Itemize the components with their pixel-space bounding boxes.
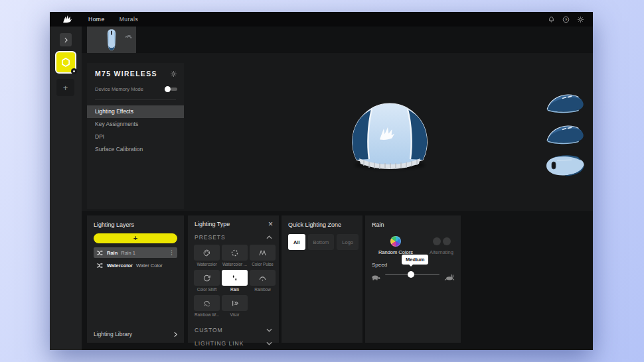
device-menu-item-surface-calibration[interactable]: Surface Calibration xyxy=(87,143,184,156)
chevron-down-icon xyxy=(266,328,272,332)
preset-tile-rain[interactable] xyxy=(222,270,248,286)
presets-section-header[interactable]: PRESETS xyxy=(195,234,272,241)
svg-text:?: ? xyxy=(565,17,568,21)
shuffle-icon xyxy=(96,249,104,257)
speed-value-tooltip: Medium xyxy=(402,255,428,265)
layer-effect-label: Watercolor xyxy=(107,263,133,269)
topbar-actions: ? xyxy=(548,12,584,27)
preset-label: Color Pulse xyxy=(250,261,276,269)
preset-label: Color Shift xyxy=(194,286,220,294)
layer-row-watercolor[interactable]: WatercolorWater Color xyxy=(94,260,177,271)
device-menu-item-key-assignments[interactable]: Key Assignments xyxy=(87,118,184,131)
rain-option-alternating[interactable]: Alternating xyxy=(424,236,459,255)
device-menu: Lighting EffectsKey AssignmentsDPISurfac… xyxy=(87,105,184,156)
speed-label: Speed xyxy=(372,262,387,268)
top-navigation: HomeMurals xyxy=(81,12,145,27)
lighting-library-link[interactable]: Lighting Library xyxy=(94,331,177,337)
layer-row-rain[interactable]: RainRain 1⋮ xyxy=(94,247,177,258)
preset-tile-color-shift[interactable] xyxy=(194,270,220,286)
view-thumbnail-0-mouse-side-view[interactable] xyxy=(545,92,585,115)
wireless-signal-icon xyxy=(124,29,133,35)
custom-section-header[interactable]: CUSTOM xyxy=(195,327,272,333)
add-profile-button[interactable]: + xyxy=(56,79,74,96)
device-settings-gear-icon[interactable] xyxy=(170,70,177,78)
bottom-band: Lighting Layers + RainRain 1⋮WatercolorW… xyxy=(82,211,593,350)
zone-buttons: AllBottomLogo xyxy=(288,234,362,250)
sidebar-expand-button[interactable] xyxy=(60,33,72,46)
custom-label: CUSTOM xyxy=(195,327,223,333)
preset-tile-visor[interactable] xyxy=(222,295,248,311)
view-thumbnail-1-mouse-side-view[interactable] xyxy=(545,123,585,146)
zone-button-bottom[interactable]: Bottom xyxy=(308,234,335,250)
preset-cell-rainbow-w: Rainbow W... xyxy=(194,295,220,320)
lighting-link-label: LIGHTING LINK xyxy=(195,340,244,347)
lighting-type-title: Lighting Type xyxy=(195,221,230,227)
device-render-m75-rear[interactable] xyxy=(340,98,440,175)
close-icon[interactable]: × xyxy=(268,221,273,227)
icue-window: HomeMurals ? + xyxy=(50,12,593,350)
presets-label: PRESETS xyxy=(195,234,226,241)
active-profile-button[interactable] xyxy=(55,51,76,74)
nav-item-murals[interactable]: Murals xyxy=(112,12,146,27)
preset-label: Watercolor ... xyxy=(222,261,248,269)
preset-tile-rainbow-w[interactable] xyxy=(194,295,220,311)
preset-tile-rainbow[interactable] xyxy=(250,270,276,286)
preset-grid: WatercolorWatercolor ...Color PulseColor… xyxy=(194,245,279,320)
rain-option-label: Alternating xyxy=(430,249,453,255)
preset-label: Visor xyxy=(222,311,248,319)
lighting-library-label: Lighting Library xyxy=(94,331,132,337)
speed-slider[interactable] xyxy=(370,271,455,278)
preset-cell-watercolor: Watercolor ... xyxy=(222,245,248,270)
alternating-icon xyxy=(433,236,451,247)
device-menu-item-lighting-effects[interactable]: Lighting Effects xyxy=(87,105,184,118)
lighting-layers-title: Lighting Layers xyxy=(87,215,184,228)
add-layer-button[interactable]: + xyxy=(94,233,177,243)
chevron-right-icon xyxy=(174,332,177,337)
device-name: M75 WIRELESS xyxy=(95,70,157,78)
preset-cell-visor: Visor xyxy=(222,295,248,320)
preset-cell-color-shift: Color Shift xyxy=(194,270,220,295)
preset-label: Rain xyxy=(222,286,248,294)
view-thumbnail-2-mouse-top-view[interactable] xyxy=(544,152,586,179)
rain-option-random-colors[interactable]: Random Colors xyxy=(374,236,417,255)
preset-tile-watercolor[interactable] xyxy=(222,245,248,261)
device-memory-mode-label: Device Memory Mode xyxy=(95,86,143,92)
rain-color-options: Random ColorsAlternating xyxy=(365,236,461,255)
preset-tile-color-pulse[interactable] xyxy=(250,245,276,261)
preset-cell-rainbow: Rainbow xyxy=(250,270,276,295)
rain-title: Rain xyxy=(365,215,461,228)
device-menu-item-dpi[interactable]: DPI xyxy=(87,131,184,143)
turtle-icon xyxy=(370,271,381,278)
gear-icon[interactable] xyxy=(577,16,584,23)
slider-knob[interactable] xyxy=(408,271,414,278)
layer-name-label: Water Color xyxy=(136,263,163,269)
kebab-menu-icon[interactable]: ⋮ xyxy=(169,250,175,256)
lighting-link-section-header[interactable]: LIGHTING LINK xyxy=(195,340,272,347)
preset-label: Rainbow W... xyxy=(194,311,220,319)
slider-track[interactable] xyxy=(385,274,440,275)
lighting-layers-panel: Lighting Layers + RainRain 1⋮WatercolorW… xyxy=(87,215,184,343)
corsair-logo-icon[interactable] xyxy=(62,15,73,25)
quick-lighting-zone-panel: Quick Lighting Zone AllBottomLogo xyxy=(282,215,362,343)
rabbit-icon xyxy=(443,271,455,278)
layer-effect-label: Rain xyxy=(107,250,118,256)
layers-list: RainRain 1⋮WatercolorWater Color xyxy=(87,247,184,271)
device-selector-strip xyxy=(82,27,593,53)
zone-button-logo[interactable]: Logo xyxy=(337,234,359,250)
preset-cell-rain: Rain xyxy=(222,270,248,295)
bell-icon[interactable] xyxy=(548,16,555,23)
device-memory-mode-toggle[interactable] xyxy=(165,86,177,92)
device-panel: M75 WIRELESS Device Memory Mode Lighting… xyxy=(87,63,184,209)
zone-button-all[interactable]: All xyxy=(288,234,305,250)
preset-cell-color-pulse: Color Pulse xyxy=(250,245,276,270)
preset-label: Watercolor xyxy=(194,261,220,269)
divider xyxy=(95,99,176,100)
hexagon-profile-icon xyxy=(60,56,72,68)
color-wheel-icon xyxy=(390,236,401,247)
nav-item-home[interactable]: Home xyxy=(81,12,112,27)
help-icon[interactable]: ? xyxy=(562,16,570,23)
preset-cell-watercolor: Watercolor xyxy=(194,245,220,270)
profile-status-badge xyxy=(71,68,77,74)
device-card-m75[interactable] xyxy=(87,27,136,53)
preset-tile-watercolor[interactable] xyxy=(194,245,220,261)
